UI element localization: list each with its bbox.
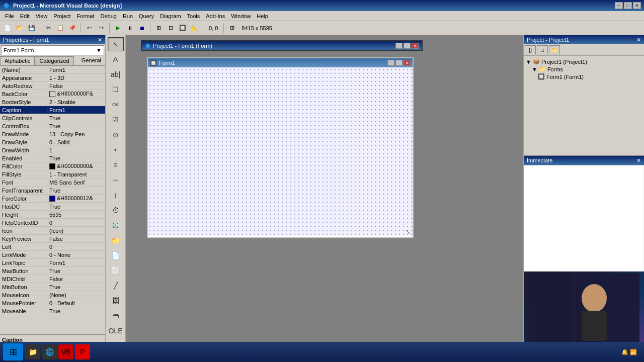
- taskbar-powerpoint[interactable]: P: [75, 344, 90, 359]
- prop-row-font[interactable]: Font MS Sans Serif: [0, 178, 105, 187]
- prop-row-helpcontextid[interactable]: HelpContextID 0: [0, 219, 105, 227]
- prop-row-mouseicon[interactable]: MouseIcon (None): [0, 291, 105, 299]
- form-restore-button[interactable]: □: [404, 43, 411, 49]
- tree-form1[interactable]: 🔲 Form1 (Form1): [538, 73, 642, 80]
- immediate-close-button[interactable]: ✕: [636, 157, 641, 164]
- tree-root[interactable]: ▼ 📦 Project1 (Project1): [526, 58, 642, 65]
- start-button[interactable]: ⊞: [3, 343, 23, 360]
- prop-row-caption[interactable]: Caption Form1: [0, 106, 105, 114]
- prop-row-borderstyle[interactable]: BorderStyle 2 - Sizable: [0, 98, 105, 106]
- tree-forms-expand[interactable]: ▼: [532, 66, 537, 72]
- prop-row-clipcontrols[interactable]: ClipControls True: [0, 114, 105, 122]
- project-close-button[interactable]: ✕: [636, 37, 641, 43]
- toolbox-hscrollbar[interactable]: ↔: [108, 173, 124, 187]
- toolbox-optionbutton[interactable]: ⊙: [108, 128, 124, 142]
- toolbox-textbox[interactable]: ab|: [108, 67, 124, 81]
- prop-row-height[interactable]: Height 5595: [0, 211, 105, 219]
- prop-row-forecolor[interactable]: ForeColor &H80000012&: [0, 195, 105, 203]
- taskbar-chrome[interactable]: 🌐: [42, 344, 57, 359]
- toolbox-commandbutton[interactable]: OK: [108, 98, 124, 112]
- form-window[interactable]: 🔷 Project1 - Form1 (Form) ─ □ ✕ 🔲 Form1: [141, 40, 423, 51]
- tab-categorized[interactable]: Categorized: [35, 56, 73, 65]
- prop-row-keypreview[interactable]: KeyPreview False: [0, 235, 105, 243]
- toolbox-vscrollbar[interactable]: ↕: [108, 188, 124, 202]
- prop-row-linktopic[interactable]: LinkTopic Form1: [0, 259, 105, 267]
- toolbox-shape[interactable]: ⬜: [108, 263, 124, 278]
- tab-alphabetic[interactable]: Alphabetic: [0, 56, 35, 65]
- prop-row-drawwidth[interactable]: DrawWidth 1: [0, 146, 105, 154]
- prop-row-minbutton[interactable]: MinButton True: [0, 283, 105, 291]
- prop-row-moveable[interactable]: Moveable True: [0, 307, 105, 315]
- prop-row-left[interactable]: Left 0: [0, 243, 105, 251]
- toolbar-menu3[interactable]: 🔲: [177, 23, 188, 34]
- inner-form-restore[interactable]: □: [395, 60, 403, 66]
- menu-tools[interactable]: Tools: [184, 12, 203, 20]
- toolbar-pause[interactable]: ⏸: [124, 23, 135, 34]
- menu-diagram[interactable]: Diagram: [157, 12, 184, 20]
- toolbar-menu2[interactable]: ⊡: [165, 23, 176, 34]
- toolbox-timer[interactable]: ⏱: [108, 203, 124, 217]
- maximize-button[interactable]: □: [624, 2, 632, 9]
- prop-row-mdichild[interactable]: MDIChild False: [0, 275, 105, 283]
- project-toggle-folders[interactable]: 📁: [549, 45, 560, 54]
- menu-query[interactable]: Query: [136, 12, 157, 20]
- toolbox-combobox[interactable]: ▾: [108, 143, 124, 157]
- prop-row-autoredraw[interactable]: AutoRedraw False: [0, 82, 105, 90]
- properties-close-button[interactable]: ✕: [98, 37, 102, 43]
- menu-debug[interactable]: Debug: [97, 12, 119, 20]
- toolbar-redo[interactable]: ↪: [96, 23, 107, 34]
- menu-addins[interactable]: Add-Ins: [203, 12, 228, 20]
- prop-row-drawmode[interactable]: DrawMode 13 - Copy Pen: [0, 130, 105, 138]
- prop-row-enabled[interactable]: Enabled True: [0, 154, 105, 162]
- resize-handle[interactable]: ⤡: [406, 228, 412, 234]
- prop-row-icon[interactable]: Icon (Icon): [0, 227, 105, 235]
- menu-view[interactable]: View: [33, 12, 51, 20]
- inner-form-minimize[interactable]: ─: [387, 60, 394, 66]
- toolbox-listbox[interactable]: ≡: [108, 158, 124, 172]
- inner-form[interactable]: 🔲 Form1 ─ □ ✕ ⤡: [147, 57, 414, 238]
- toolbox-filelistbox[interactable]: 📄: [108, 248, 124, 262]
- form-design-surface[interactable]: ⤡: [148, 67, 413, 235]
- toolbar-undo[interactable]: ↩: [84, 23, 95, 34]
- toolbox-pointer[interactable]: ↖: [108, 37, 124, 51]
- toolbar-stop[interactable]: ⏹: [136, 23, 147, 34]
- close-button[interactable]: ✕: [633, 2, 641, 9]
- toolbar-run[interactable]: ▶: [112, 23, 123, 34]
- prop-row-linkmode[interactable]: LinkMode 0 - None: [0, 251, 105, 259]
- prop-row-backcolor[interactable]: BackColor &H8000000F&: [0, 90, 105, 98]
- prop-row-appearance[interactable]: Appearance 1 - 3D: [0, 74, 105, 82]
- object-selector[interactable]: Form1 Form ▼: [1, 45, 104, 55]
- menu-edit[interactable]: Edit: [17, 12, 33, 20]
- toolbar-menu1[interactable]: ⊞: [153, 23, 164, 34]
- project-view-object[interactable]: □: [537, 45, 548, 54]
- menu-format[interactable]: Format: [74, 12, 98, 20]
- toolbar-new[interactable]: 📄: [2, 23, 13, 34]
- immediate-content[interactable]: [524, 165, 644, 272]
- project-view-code[interactable]: {}: [525, 45, 536, 54]
- toolbar-cut[interactable]: ✂: [43, 23, 54, 34]
- form-minimize-button[interactable]: ─: [395, 43, 403, 49]
- toolbox-data[interactable]: 🗃: [108, 309, 124, 323]
- taskbar-vb[interactable]: VB: [58, 344, 73, 359]
- prop-row-name[interactable]: (Name) Form1: [0, 66, 105, 74]
- prop-row-fillstyle[interactable]: FillStyle 1 - Transparent: [0, 170, 105, 178]
- toolbox-drivelistbox[interactable]: 💽: [108, 218, 124, 232]
- tree-root-expand[interactable]: ▼: [526, 59, 531, 65]
- toolbar-paste[interactable]: 📌: [67, 23, 78, 34]
- menu-file[interactable]: File: [2, 12, 17, 20]
- tree-forms-folder[interactable]: ▼ 📁 Forms: [532, 65, 642, 73]
- toolbox-ole[interactable]: OLE: [108, 324, 124, 338]
- prop-row-drawstyle[interactable]: DrawStyle 0 - Solid: [0, 138, 105, 146]
- toolbar-menu4[interactable]: 📐: [189, 23, 200, 34]
- minimize-button[interactable]: ─: [615, 2, 623, 9]
- toolbox-image[interactable]: 🖼: [108, 294, 124, 308]
- design-area[interactable]: 🔷 Project1 - Form1 (Form) ─ □ ✕ 🔲 Form1: [126, 35, 523, 352]
- prop-row-controlbox[interactable]: ControlBox True: [0, 122, 105, 130]
- toolbar-open[interactable]: 📂: [14, 23, 25, 34]
- menu-run[interactable]: Run: [120, 12, 136, 20]
- property-list[interactable]: (Name) Form1 Appearance 1 - 3D AutoRedra…: [0, 66, 105, 334]
- prop-row-maxbutton[interactable]: MaxButton True: [0, 267, 105, 275]
- prop-row-fonttransparent[interactable]: FontTransparent True: [0, 187, 105, 195]
- taskbar-file-explorer[interactable]: 📁: [25, 344, 40, 359]
- toolbar-save[interactable]: 💾: [26, 23, 37, 34]
